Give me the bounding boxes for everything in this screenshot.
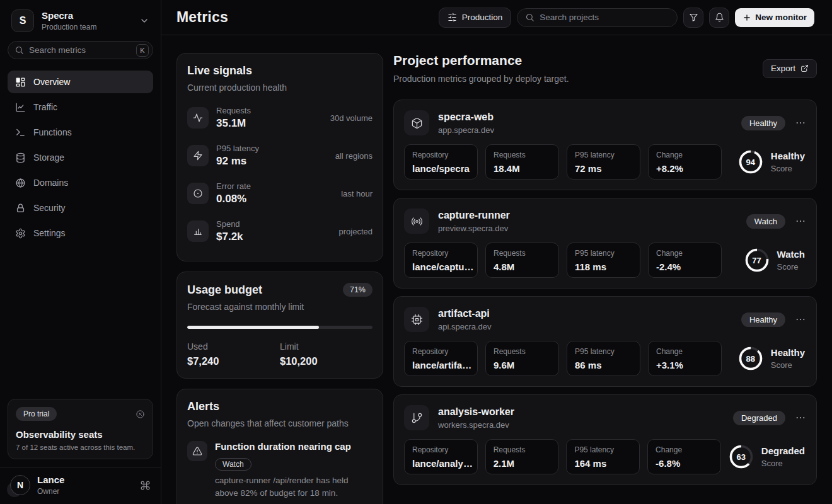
projects-search[interactable]: [517, 8, 678, 27]
workspace-subtitle: Production team: [42, 23, 96, 32]
project-status-badge: Healthy: [741, 116, 785, 130]
alerts-card: Alerts Open changes that affect customer…: [176, 389, 383, 504]
signal-label: P95 latency: [216, 144, 259, 153]
stat-tile: Requests9.6M: [485, 341, 559, 376]
signal-value: 0.08%: [216, 193, 251, 205]
sidebar-item-functions[interactable]: Functions: [8, 121, 153, 144]
project-domain: workers.specra.dev: [438, 420, 514, 430]
signal-note: all regions: [335, 151, 373, 161]
sidebar-item-label: Domains: [33, 178, 68, 188]
trial-title: Observability seats: [16, 429, 145, 440]
alert-status-badge: Watch: [215, 458, 251, 471]
sidebar-item-settings[interactable]: Settings: [8, 222, 153, 244]
sidebar-item-overview[interactable]: Overview: [8, 71, 153, 93]
signal-value: 35.1M: [216, 117, 251, 130]
notifications-button[interactable]: [709, 8, 729, 28]
project-menu-button[interactable]: [795, 314, 806, 325]
project-status-badge: Healthy: [741, 312, 785, 327]
project-card-artifact-api[interactable]: artifact-apiapi.specra.devHealthyReposit…: [393, 296, 817, 387]
trial-card: Pro trial Observability seats 7 of 12 se…: [8, 399, 153, 459]
user-role: Owner: [37, 487, 64, 496]
project-name: specra-web: [438, 111, 494, 123]
project-card-specra-web[interactable]: specra-webapp.specra.devHealthyRepositor…: [393, 100, 817, 190]
stat-tile: Repositorylance/analy…: [404, 439, 478, 474]
environment-filter-button[interactable]: Production: [439, 8, 512, 28]
sidebar-item-storage[interactable]: Storage: [8, 146, 153, 169]
funnel-icon: [689, 13, 698, 22]
score-ring: 94: [738, 149, 763, 175]
score-value: 88: [738, 346, 763, 371]
database-icon: [15, 152, 26, 163]
stat-tile: Change-6.8%: [647, 439, 721, 474]
sidebar: S Specra Production team K OverviewTraff…: [0, 0, 161, 504]
signal-value: 92 ms: [216, 155, 259, 168]
bell-icon: [715, 13, 724, 22]
stat-tile: Change+8.2%: [648, 144, 722, 180]
project-menu-button[interactable]: [795, 412, 806, 423]
circle-dot-icon: [193, 188, 203, 198]
ellipsis-icon: [795, 215, 806, 227]
project-name: analysis-worker: [438, 406, 514, 418]
signal-label: Error rate: [216, 181, 251, 191]
project-menu-button[interactable]: [795, 215, 806, 227]
search-metrics-input[interactable]: [29, 45, 131, 55]
bar-chart-icon: [193, 226, 203, 236]
signal-row: P95 latency92 msall regions: [187, 137, 373, 175]
sidebar-nav: OverviewTrafficFunctionsStorageDomainsSe…: [8, 71, 153, 244]
usage-limit-value: $10,200: [280, 355, 373, 367]
signal-label: Requests: [216, 106, 251, 115]
score-ring: 63: [729, 444, 754, 469]
dismiss-icon: [136, 410, 145, 419]
score-value: 94: [738, 149, 763, 175]
filter-button[interactable]: [683, 8, 703, 28]
chevron-down-icon: [139, 16, 149, 26]
activity-icon: [193, 113, 203, 123]
sidebar-item-label: Settings: [33, 228, 66, 238]
project-menu-button[interactable]: [795, 117, 806, 129]
sidebar-item-domains[interactable]: Domains: [8, 171, 153, 194]
score-caption: Score: [777, 262, 805, 272]
stat-tile: Requests2.1M: [485, 439, 559, 474]
score-label: Degraded: [761, 445, 805, 457]
sidebar-item-label: Storage: [33, 152, 64, 163]
trial-badge: Pro trial: [16, 407, 57, 421]
ellipsis-icon: [795, 314, 806, 325]
score-caption: Score: [771, 360, 805, 370]
usage-progress-bar: [187, 326, 373, 329]
alerts-title: Alerts: [187, 400, 373, 413]
search-projects-input[interactable]: [540, 13, 669, 22]
usage-percent-badge: 71%: [343, 283, 373, 297]
usage-used-value: $7,240: [187, 355, 280, 367]
signal-row: Spend$7.2kprojected: [187, 212, 373, 250]
alert-item[interactable]: Function duration nearing capWatchcaptur…: [187, 432, 373, 504]
sidebar-search[interactable]: K: [8, 41, 153, 59]
top-header: Metrics Production New monitor: [161, 0, 832, 35]
ellipsis-icon: [795, 412, 806, 423]
dismiss-trial-button[interactable]: [136, 410, 145, 419]
project-domain: app.specra.dev: [438, 125, 494, 135]
project-card-capture-runner[interactable]: capture-runnerpreview.specra.devWatchRep…: [393, 198, 817, 289]
project-domain: preview.specra.dev: [438, 224, 510, 233]
user-account-row[interactable]: N Lance Owner: [0, 467, 161, 504]
app-root: S Specra Production team K OverviewTraff…: [0, 0, 832, 504]
radio-icon: [411, 215, 423, 227]
signal-row: Requests35.1M30d volume: [187, 99, 373, 137]
stat-tile: Repositorylance/captu…: [404, 243, 478, 278]
live-signals-card: Live signals Current production health R…: [176, 53, 383, 261]
content-area: Metrics Production New monitor: [161, 0, 832, 504]
sidebar-item-security[interactable]: Security: [8, 197, 153, 219]
project-card-analysis-worker[interactable]: analysis-workerworkers.specra.devDegrade…: [393, 394, 817, 485]
score-label: Healthy: [771, 347, 805, 358]
terminal-icon: [15, 127, 26, 138]
new-monitor-button[interactable]: New monitor: [735, 8, 814, 27]
signal-note: last hour: [341, 189, 373, 198]
sidebar-item-traffic[interactable]: Traffic: [8, 96, 153, 118]
export-button[interactable]: Export: [763, 59, 817, 78]
search-icon: [14, 45, 24, 55]
zap-icon: [193, 151, 203, 161]
signal-row: Error rate0.08%last hour: [187, 175, 373, 212]
sliders-icon: [448, 13, 457, 22]
workspace-switcher[interactable]: S Specra Production team: [8, 0, 153, 41]
stat-tile: P95 latency164 ms: [566, 439, 640, 474]
plus-icon: [742, 13, 751, 22]
